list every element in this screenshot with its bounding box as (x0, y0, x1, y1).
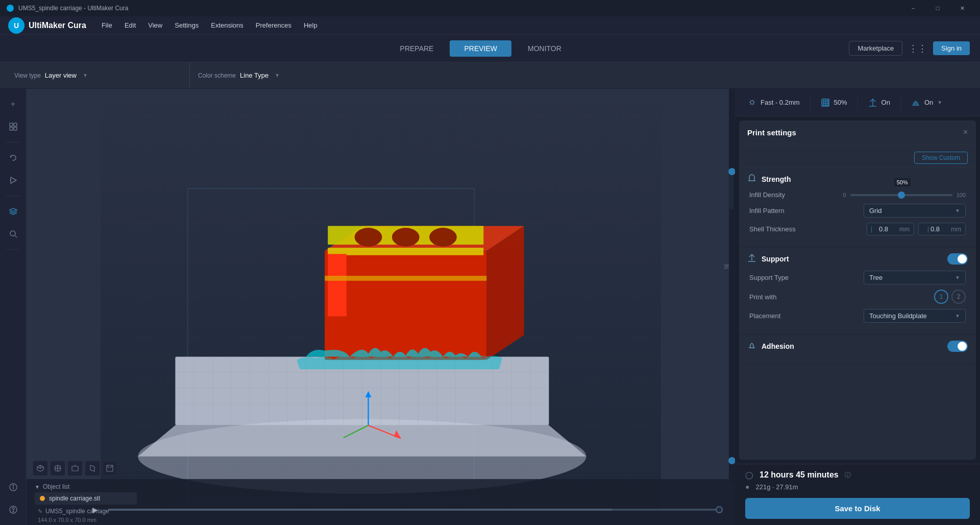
menu-help[interactable]: Help (299, 19, 323, 31)
apps-grid-icon[interactable]: ⋮⋮ (909, 43, 927, 54)
marketplace-button[interactable]: Marketplace (849, 41, 902, 56)
shell-top-input[interactable]: ⎹ 0.8 mm (918, 223, 966, 235)
tab-monitor[interactable]: MONITOR (513, 40, 576, 57)
search-button[interactable] (4, 225, 22, 243)
color-scheme-label: Color scheme (198, 72, 236, 79)
signin-button[interactable]: Sign in (933, 41, 970, 55)
clock-icon: ◯ (745, 471, 753, 479)
shell-wall-input[interactable]: ⎸ 0.8 mm (867, 223, 914, 235)
shell-thickness-row: Shell Thickness ⎸ 0.8 mm ⎹ 0.8 mm (747, 223, 968, 235)
svg-rect-53 (347, 257, 359, 313)
infill-toggle-section[interactable]: 50% (814, 95, 854, 110)
object-list-header[interactable]: ▼ Object list (35, 483, 727, 490)
add-object-button[interactable]: + (4, 95, 22, 113)
side-view-button[interactable] (85, 461, 100, 476)
left-sidebar: + (0, 89, 27, 525)
infill-pattern-dropdown[interactable]: Grid ▼ (864, 204, 966, 218)
window-controls[interactable]: − □ ✕ (901, 0, 974, 16)
bottom-controls: ▼ Object list spindle carriage.stl ✎ UMS… (27, 479, 735, 525)
settings-divider-1 (810, 95, 811, 110)
perspective-view-button[interactable] (102, 461, 117, 476)
tab-preview[interactable]: PREVIEW (450, 40, 511, 57)
layers-button[interactable] (4, 202, 22, 221)
support-toggle-section[interactable]: On (861, 95, 897, 110)
placement-row: Placement Touching Buildplate ▼ (747, 309, 968, 323)
front-view-button[interactable] (67, 461, 83, 476)
right-column: ⛭ Fast - 0.2mm 50% (735, 89, 980, 525)
infill-density-control[interactable]: 0 50% 100 (843, 192, 966, 198)
adhesion-chevron[interactable]: ▼ (937, 100, 942, 105)
show-custom-button[interactable]: Show Custom (914, 152, 968, 164)
object-list-toggle[interactable]: ▼ (35, 484, 40, 490)
print-profile-selector[interactable]: ⛭ Fast - 0.2mm (741, 95, 807, 110)
shell-top-unit: mm (951, 226, 961, 233)
svg-rect-54 (325, 276, 486, 281)
print-with-row: Print with 1 2 (747, 290, 968, 304)
adhesion-toggle[interactable] (947, 341, 968, 352)
viewport-scrollbar-circle-top[interactable] (728, 168, 735, 175)
adhesion-toggle-section[interactable]: On ▼ (904, 95, 949, 110)
extruder-1-button[interactable]: 1 (934, 290, 948, 304)
save-to-disk-button[interactable]: Save to Disk (745, 498, 970, 519)
support-section-icon (747, 253, 756, 265)
viewport-scrollbar[interactable] (729, 89, 735, 484)
play-button[interactable] (4, 171, 22, 189)
shell-top-value: 0.8 (930, 225, 949, 233)
extruder-2-label: 2 (957, 293, 961, 300)
support-type-label: Support Type (749, 274, 789, 281)
close-panel-button[interactable]: × (963, 128, 968, 137)
tab-prepare[interactable]: PREPARE (386, 40, 448, 57)
top-view-button[interactable] (50, 461, 65, 476)
menu-settings[interactable]: Settings (169, 19, 204, 31)
menu-edit[interactable]: Edit (119, 19, 141, 31)
menu-extensions[interactable]: Extensions (206, 19, 249, 31)
maximize-button[interactable]: □ (926, 0, 949, 16)
info-button[interactable] (4, 478, 22, 496)
support-type-value: Tree (869, 274, 883, 281)
show-custom-row: Show Custom (739, 149, 976, 168)
info-icon-estimate[interactable]: ⓘ (845, 471, 851, 480)
print-settings-panel: Print settings × Show Custom (739, 121, 976, 460)
minimize-button[interactable]: − (901, 0, 925, 16)
support-on-label: On (881, 99, 890, 106)
extruder-2-button[interactable]: 2 (951, 290, 966, 304)
shell-thickness-inputs: ⎸ 0.8 mm ⎹ 0.8 mm (867, 223, 966, 235)
menubar: U UltiMaker Cura File Edit View Settings… (0, 16, 980, 35)
svg-line-8 (15, 235, 17, 237)
close-button[interactable]: ✕ (950, 0, 974, 16)
3d-viewport[interactable]: UltiMaker S5 (27, 89, 735, 525)
panel-title: Print settings (747, 128, 796, 137)
object-list-label: Object list (43, 483, 70, 490)
support-section: Support Support Type Tree ▼ (739, 247, 976, 335)
view-type-arrow: ▼ (83, 73, 88, 78)
menu-view[interactable]: View (143, 19, 167, 31)
infill-slider[interactable]: 50% (850, 194, 952, 196)
play-button[interactable]: ▶ (88, 503, 102, 517)
placement-dropdown[interactable]: Touching Buildplate ▼ (864, 309, 966, 323)
menu-preferences[interactable]: Preferences (251, 19, 297, 31)
time-estimate: 12 hours 45 minutes (760, 470, 839, 480)
adhesion-section-icon (747, 341, 756, 352)
help-button[interactable] (4, 500, 22, 519)
infill-max: 100 (957, 192, 966, 198)
settings-icon: ⛭ (748, 98, 756, 107)
view-type-value: Layer view (45, 71, 77, 79)
color-scheme-section[interactable]: Color scheme Line Type ▼ (190, 62, 974, 88)
menu-file[interactable]: File (96, 19, 117, 31)
svg-marker-5 (11, 177, 16, 183)
view-type-section[interactable]: View type Layer view ▼ (6, 62, 190, 88)
svg-point-50 (392, 228, 420, 247)
layer-slider[interactable] (108, 509, 723, 511)
view-objects-button[interactable] (4, 117, 22, 136)
panel-header: Print settings × (739, 121, 976, 145)
svg-line-66 (107, 465, 109, 468)
support-type-arrow: ▼ (955, 275, 960, 280)
panel-content: Show Custom Strength (739, 145, 976, 460)
viewport-scrollbar-circle-bottom[interactable] (728, 457, 735, 464)
undo-button[interactable] (4, 149, 22, 167)
iso-view-button[interactable] (33, 461, 48, 476)
support-toggle[interactable] (947, 253, 968, 265)
support-type-dropdown[interactable]: Tree ▼ (864, 271, 966, 284)
infill-slider-thumb[interactable]: 50% (898, 192, 905, 199)
svg-point-11 (13, 485, 14, 486)
